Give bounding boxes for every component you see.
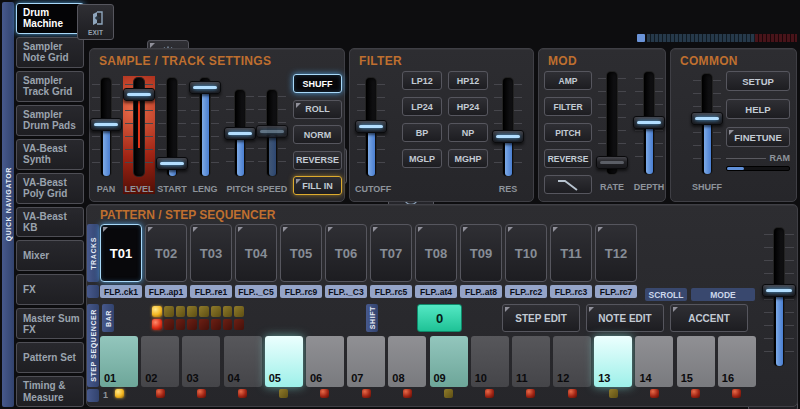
step-pad[interactable]: 12: [553, 336, 591, 387]
edit-mode-button[interactable]: ACCENT: [670, 304, 748, 332]
sample-option-button[interactable]: ROLL: [293, 100, 342, 119]
common-button[interactable]: SETUP: [726, 71, 790, 91]
cutoff-slider[interactable]: CUTOFF: [355, 76, 387, 194]
speed-slider[interactable]: SPEED: [256, 88, 288, 194]
sample-option-button[interactable]: NORM: [293, 125, 342, 144]
step-pad[interactable]: 13: [594, 336, 632, 387]
track-sample-chip[interactable]: FLP..at4: [415, 285, 457, 298]
step-pad[interactable]: 05: [265, 336, 303, 387]
level-slider[interactable]: LEVEL: [123, 76, 155, 194]
step-pad[interactable]: 06: [306, 336, 344, 387]
track-sample-chip[interactable]: FLP..rc7: [595, 285, 637, 298]
edit-mode-button[interactable]: STEP EDIT: [502, 304, 580, 332]
sample-option-button[interactable]: REVERSE: [293, 151, 342, 170]
step-pad[interactable]: 16: [718, 336, 756, 387]
sidebar-item[interactable]: FX: [16, 274, 84, 305]
track-button[interactable]: T05: [280, 224, 322, 282]
step-pad[interactable]: 07: [347, 336, 385, 387]
step-pad[interactable]: 04: [224, 336, 262, 387]
filter-type-button[interactable]: HP12: [448, 71, 488, 90]
track-button[interactable]: T08: [415, 224, 457, 282]
track-button[interactable]: T03: [190, 224, 232, 282]
edit-mode-button[interactable]: NOTE EDIT: [586, 304, 664, 332]
track-sample-chip[interactable]: FLP.._C3: [325, 285, 367, 298]
bar-led: [152, 306, 162, 317]
track-button[interactable]: T02: [145, 224, 187, 282]
step-pad[interactable]: 09: [430, 336, 468, 387]
common-button[interactable]: HELP: [726, 99, 790, 119]
sidebar-item[interactable]: Master Sum FX: [16, 308, 84, 339]
step-pad[interactable]: 10: [471, 336, 509, 387]
mod-envelope-shape-button[interactable]: [544, 175, 592, 194]
sidebar-item-label: Timing & Measure: [23, 380, 83, 402]
ram-line: [726, 158, 766, 159]
step-pad[interactable]: 02: [141, 336, 179, 387]
step-led-cell: [594, 389, 632, 398]
sidebar-item[interactable]: Mixer: [16, 240, 84, 271]
common-shuff-slider[interactable]: SHUFF: [691, 72, 723, 192]
track-button[interactable]: T04: [235, 224, 277, 282]
sidebar-item[interactable]: VA-Beast Poly Grid: [16, 173, 84, 204]
track-sample-chip[interactable]: FLP..rc9: [280, 285, 322, 298]
sidebar-item[interactable]: Timing & Measure: [16, 376, 84, 407]
filter-type-button[interactable]: MGHP: [448, 149, 488, 168]
track-sample-chip[interactable]: FLP..rc5: [370, 285, 412, 298]
leng-slider[interactable]: LENG: [189, 76, 221, 194]
track-sample-chip[interactable]: FLP..rc3: [550, 285, 592, 298]
track-button[interactable]: T09: [460, 224, 502, 282]
filter-type-button[interactable]: LP24: [402, 97, 442, 116]
sidebar-item[interactable]: Sampler Note Grid: [16, 37, 84, 68]
depth-slider[interactable]: DEPTH: [633, 70, 665, 192]
mode-chip[interactable]: MODE: [691, 288, 755, 301]
sidebar-item[interactable]: Pattern Set: [16, 342, 84, 373]
track-sample-chip[interactable]: FLP..ap1: [145, 285, 187, 298]
filter-type-button[interactable]: HP24: [448, 97, 488, 116]
filter-type-button[interactable]: MGLP: [402, 149, 442, 168]
track-sample-chip[interactable]: FLP.._C5: [235, 285, 277, 298]
step-pad[interactable]: 08: [388, 336, 426, 387]
track-sample-chip[interactable]: FLP..ck1: [100, 285, 142, 298]
mod-target-button[interactable]: PITCH: [544, 123, 592, 142]
pattern-position-bar[interactable]: [637, 33, 797, 42]
filter-type-button[interactable]: BP: [402, 123, 442, 142]
track-button[interactable]: T12: [595, 224, 637, 282]
pitch-slider[interactable]: PITCH: [224, 88, 256, 194]
step-pad[interactable]: 01: [100, 336, 138, 387]
scroll-chip[interactable]: SCROLL: [645, 288, 687, 301]
step-pad[interactable]: 15: [677, 336, 715, 387]
position-handle[interactable]: [637, 34, 645, 42]
track-button[interactable]: T10: [505, 224, 547, 282]
sidebar-item[interactable]: Sampler Drum Pads: [16, 105, 84, 136]
sample-option-button[interactable]: SHUFF: [293, 74, 342, 93]
rate-slider[interactable]: RATE: [596, 70, 628, 192]
track-sample-chip[interactable]: FLP..at8: [460, 285, 502, 298]
mod-target-button[interactable]: REVERSE: [544, 149, 592, 168]
exit-button[interactable]: EXIT: [77, 4, 114, 40]
common-button[interactable]: FINETUNE: [726, 127, 790, 147]
ram-label: RAM: [770, 153, 791, 163]
sidebar-item[interactable]: Drum Machine: [16, 3, 84, 34]
step-pad[interactable]: 03: [182, 336, 220, 387]
track-cell: T11 FLP..rc3: [550, 224, 592, 298]
track-sample-chip[interactable]: FLP..re1: [190, 285, 232, 298]
sidebar-item-label: Sampler Track Grid: [23, 75, 83, 97]
track-button[interactable]: T06: [325, 224, 367, 282]
sidebar-item[interactable]: VA-Beast KB: [16, 207, 84, 238]
step-pad[interactable]: 11: [512, 336, 550, 387]
mod-target-button[interactable]: AMP: [544, 71, 592, 90]
res-slider[interactable]: RES: [492, 76, 524, 194]
r-arp-slider[interactable]: [762, 226, 796, 384]
start-slider[interactable]: START: [156, 76, 188, 194]
sidebar-item[interactable]: VA-Beast Synth: [16, 139, 84, 170]
track-sample-chip[interactable]: FLP..rc2: [505, 285, 547, 298]
step-pad[interactable]: 14: [635, 336, 673, 387]
pan-slider[interactable]: PAN: [90, 76, 122, 194]
sidebar-item[interactable]: Sampler Track Grid: [16, 71, 84, 102]
mod-target-button[interactable]: FILTER: [544, 97, 592, 116]
track-button[interactable]: T07: [370, 224, 412, 282]
track-button[interactable]: T11: [550, 224, 592, 282]
filter-type-button[interactable]: LP12: [402, 71, 442, 90]
sample-option-button[interactable]: FILL IN: [293, 176, 342, 195]
track-button[interactable]: T01: [100, 224, 142, 282]
filter-type-button[interactable]: NP: [448, 123, 488, 142]
